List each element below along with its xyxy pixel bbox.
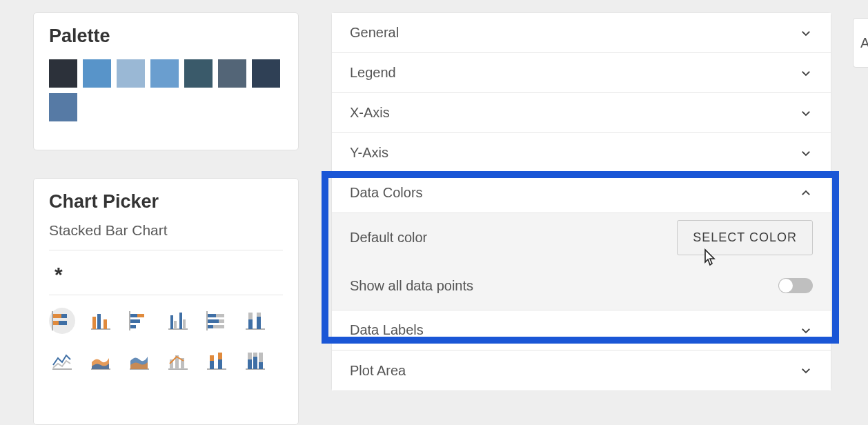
palette-swatch-gray-blue[interactable] (218, 59, 246, 88)
palette-swatch-navy-800[interactable] (252, 59, 280, 88)
svg-rect-15 (170, 315, 173, 329)
chart-thumb-stacked-bar-h-alt[interactable] (126, 308, 152, 334)
accordion-label: Data Labels (350, 322, 424, 338)
chart-thumb-stacked-bar-h[interactable] (49, 308, 75, 334)
chart-thumb-stacked-column-100[interactable] (242, 348, 268, 374)
svg-rect-45 (248, 359, 252, 369)
chart-picker-title: Chart Picker (49, 191, 283, 212)
svg-rect-30 (257, 317, 261, 329)
svg-rect-23 (208, 319, 219, 323)
svg-rect-10 (130, 314, 137, 317)
palette-swatch-steel-blue[interactable] (49, 93, 77, 121)
palette-swatch-blue-300[interactable] (117, 59, 145, 88)
svg-rect-21 (208, 314, 216, 317)
divider (49, 295, 283, 295)
side-panel-letter: A (860, 35, 868, 51)
show-all-data-points-label: Show all data points (350, 278, 473, 294)
svg-rect-25 (208, 325, 213, 328)
default-color-row: Default color SELECT COLOR (332, 213, 831, 261)
svg-rect-12 (130, 319, 140, 323)
chart-thumb-area-stacked-alt[interactable] (126, 348, 152, 374)
accordion-header-x-axis[interactable]: X-Axis (332, 93, 831, 133)
chart-thumb-clustered-column-100[interactable] (242, 308, 268, 334)
chart-picker-subtype: Stacked Bar Chart (49, 222, 283, 239)
accordion-header-data-colors[interactable]: Data Colors (332, 173, 831, 213)
show-all-data-points-row: Show all data points (332, 261, 831, 310)
chart-thumbnails (49, 305, 283, 374)
chevron-up-icon (799, 186, 813, 200)
svg-rect-40 (210, 355, 214, 361)
accordion-label: Data Colors (350, 185, 423, 201)
palette-swatch-blue-400[interactable] (150, 59, 179, 88)
chevron-down-icon (799, 146, 813, 160)
svg-rect-1 (53, 314, 61, 318)
chart-thumb-stacked-column[interactable] (204, 348, 230, 374)
accordion-label: Plot Area (350, 363, 406, 379)
svg-rect-3 (53, 321, 59, 325)
svg-rect-16 (174, 321, 177, 329)
chevron-down-icon (799, 364, 813, 377)
show-all-data-points-toggle[interactable] (778, 278, 813, 293)
format-accordion: General Legend X-Axis Y-Axis Data C (331, 12, 831, 391)
chart-thumb-column-line-combo[interactable] (165, 348, 191, 374)
svg-rect-8 (103, 319, 107, 329)
chart-thumb-area-stacked[interactable] (88, 348, 114, 374)
side-panel-fragment: A (853, 18, 868, 68)
accordion-header-y-axis[interactable]: Y-Axis (332, 133, 831, 173)
svg-rect-6 (92, 317, 96, 329)
svg-rect-49 (259, 362, 263, 369)
chevron-down-icon (799, 324, 813, 337)
divider (49, 250, 283, 250)
chart-picker-card: Chart Picker Stacked Bar Chart * (33, 178, 299, 425)
toggle-knob (779, 279, 793, 293)
palette-card: Palette (33, 12, 299, 150)
accordion-header-plot-area[interactable]: Plot Area (332, 350, 831, 391)
svg-rect-42 (218, 353, 222, 359)
svg-rect-13 (130, 325, 136, 328)
select-color-button[interactable]: SELECT COLOR (677, 220, 813, 255)
palette-swatches (49, 59, 283, 121)
accordion-label: X-Axis (350, 105, 390, 121)
accordion-label: Y-Axis (350, 145, 388, 161)
svg-rect-2 (61, 314, 67, 318)
svg-rect-28 (248, 319, 253, 329)
accordion-label: General (350, 25, 399, 41)
chevron-down-icon (799, 66, 813, 80)
svg-rect-7 (97, 314, 101, 329)
chart-thumb-line[interactable] (49, 348, 75, 374)
palette-title: Palette (49, 26, 283, 47)
chevron-down-icon (799, 26, 813, 40)
svg-rect-17 (179, 313, 182, 329)
accordion-header-general[interactable]: General (332, 13, 831, 53)
svg-rect-47 (253, 357, 257, 369)
required-marker: * (49, 260, 283, 295)
accordion-body-data-colors: Default color SELECT COLOR Show all data… (332, 213, 831, 310)
chart-thumb-clustered-column-alt[interactable] (165, 308, 191, 334)
chevron-down-icon (799, 106, 813, 120)
accordion-header-legend[interactable]: Legend (332, 53, 831, 93)
palette-swatch-blue-500[interactable] (83, 59, 111, 88)
default-color-label: Default color (350, 230, 427, 246)
palette-swatch-teal-700[interactable] (184, 59, 213, 88)
svg-rect-4 (59, 321, 67, 325)
accordion-header-data-labels[interactable]: Data Labels (332, 310, 831, 350)
accordion-label: Legend (350, 65, 396, 81)
chart-thumb-clustered-column[interactable] (88, 308, 114, 334)
svg-rect-18 (183, 319, 186, 329)
palette-swatch-slate-dark[interactable] (49, 59, 77, 88)
svg-rect-11 (137, 314, 144, 317)
chart-thumb-stacked-bar-h-100[interactable] (204, 308, 230, 334)
